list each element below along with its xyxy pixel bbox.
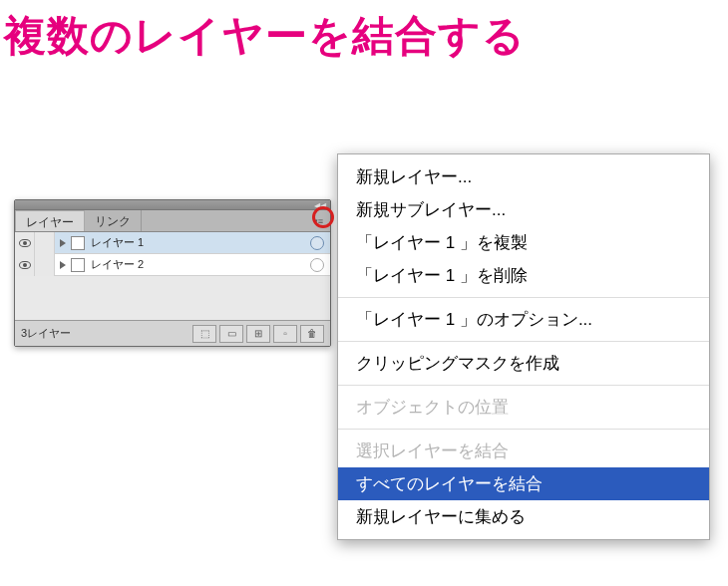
menu-separator <box>338 341 709 342</box>
menu-object-position: オブジェクトの位置 <box>338 391 709 424</box>
visibility-toggle[interactable] <box>15 232 35 254</box>
menu-separator <box>338 297 709 298</box>
make-clipmask-button[interactable]: ▭ <box>219 325 243 343</box>
layer-swatch <box>71 258 85 272</box>
new-layer-button[interactable]: ▫ <box>273 325 297 343</box>
layer-count-status: 3レイヤー <box>21 326 189 341</box>
delete-layer-button[interactable]: 🗑 <box>300 325 324 343</box>
menu-make-clipmask[interactable]: クリッピングマスクを作成 <box>338 347 709 380</box>
menu-layer-options[interactable]: 「レイヤー 1 」のオプション... <box>338 303 709 336</box>
layer-row[interactable]: レイヤー 2 <box>15 254 330 276</box>
new-sublayer-button[interactable]: ⊞ <box>246 325 270 343</box>
lock-toggle[interactable] <box>35 232 55 254</box>
collapse-icon[interactable]: ◀◀ <box>314 201 326 210</box>
eye-icon <box>19 239 31 247</box>
lock-toggle[interactable] <box>35 254 55 276</box>
disclosure-triangle-icon[interactable] <box>60 261 66 269</box>
layer-row[interactable]: レイヤー 1 <box>15 232 330 254</box>
locate-object-button[interactable]: ⬚ <box>192 325 216 343</box>
page-title: 複数のレイヤーを結合する <box>0 0 728 64</box>
layer-name[interactable]: レイヤー 2 <box>91 257 310 272</box>
tab-links[interactable]: リンク <box>85 210 142 231</box>
panel-drag-bar[interactable]: ◀◀ <box>15 200 330 210</box>
layer-name[interactable]: レイヤー 1 <box>91 235 310 250</box>
menu-new-layer[interactable]: 新規レイヤー... <box>338 160 709 193</box>
menu-duplicate-layer[interactable]: 「レイヤー 1 」を複製 <box>338 226 709 259</box>
panel-tabs: レイヤー リンク ▾≡ <box>15 210 330 232</box>
menu-merge-all[interactable]: すべてのレイヤーを結合 <box>338 467 709 500</box>
disclosure-triangle-icon[interactable] <box>60 239 66 247</box>
menu-separator <box>338 385 709 386</box>
tab-layers[interactable]: レイヤー <box>15 210 85 231</box>
menu-new-sublayer[interactable]: 新規サブレイヤー... <box>338 193 709 226</box>
panel-blank-area <box>15 276 330 320</box>
menu-delete-layer[interactable]: 「レイヤー 1 」を削除 <box>338 259 709 292</box>
visibility-toggle[interactable] <box>15 254 35 276</box>
layer-swatch <box>71 236 85 250</box>
target-icon[interactable] <box>310 236 324 250</box>
flyout-menu-button[interactable]: ▾≡ <box>310 213 326 229</box>
target-icon[interactable] <box>310 258 324 272</box>
menu-separator <box>338 429 709 430</box>
eye-icon <box>19 261 31 269</box>
menu-merge-selected: 選択レイヤーを結合 <box>338 435 709 467</box>
layers-panel: ◀◀ レイヤー リンク ▾≡ レイヤー 1 レイヤー 2 <box>14 199 331 347</box>
menu-collect-new-layer[interactable]: 新規レイヤーに集める <box>338 500 709 533</box>
flyout-menu: 新規レイヤー... 新規サブレイヤー... 「レイヤー 1 」を複製 「レイヤー… <box>337 153 710 540</box>
panel-footer: 3レイヤー ⬚ ▭ ⊞ ▫ 🗑 <box>15 320 330 346</box>
layer-list: レイヤー 1 レイヤー 2 <box>15 232 330 276</box>
